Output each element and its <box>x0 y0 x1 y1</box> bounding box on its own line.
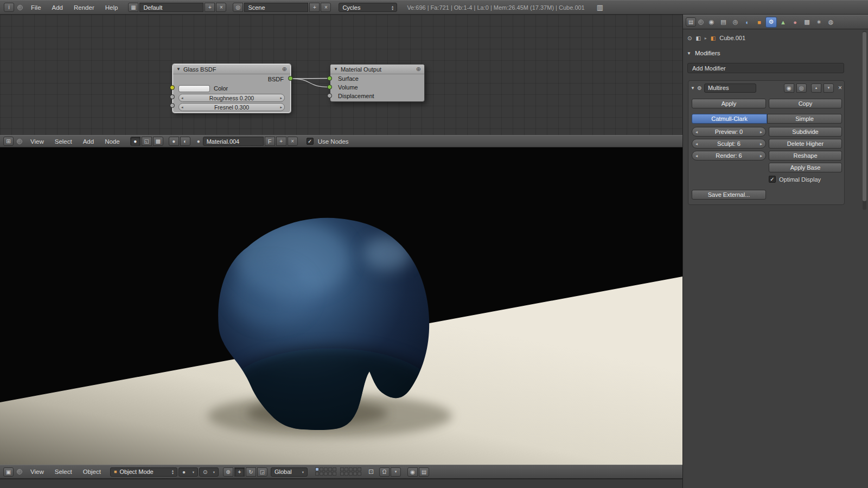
render-engine-select[interactable]: Cycles ▴▾ <box>339 3 397 12</box>
material-output-node[interactable]: ▼ Material Output ⊕ Surface Volume Displ… <box>330 64 425 102</box>
orientation-select[interactable]: Global ▾ <box>271 467 308 477</box>
roughness-input-socket[interactable] <box>170 94 175 99</box>
color-swatch[interactable] <box>178 85 210 92</box>
viewport-3d[interactable] <box>0 147 682 465</box>
stepper-right-icon[interactable]: ▸ <box>760 142 762 146</box>
modifier-viewport-toggle-icon[interactable]: ◎ <box>796 84 807 93</box>
viewport-shading-select[interactable]: ● ▾ <box>178 467 198 477</box>
section-expand-icon[interactable]: ▼ <box>687 51 691 56</box>
tab-modifiers[interactable]: ⚙ <box>765 17 777 28</box>
scene-name[interactable]: Scene <box>244 3 308 12</box>
slider-right-icon[interactable]: ▸ <box>280 105 282 110</box>
snap-magnet-icon[interactable]: Ω <box>379 467 390 477</box>
use-nodes-checkbox[interactable]: ✓ <box>307 138 314 145</box>
screen-layout-delete-button[interactable]: × <box>216 3 226 12</box>
scene-add-button[interactable]: + <box>309 3 320 12</box>
screen-layout-name[interactable]: Default <box>139 3 203 12</box>
node-editor-canvas[interactable]: ▼ Glass BSDF ⊕ BSDF Color ◂ Roughness 0.… <box>0 15 682 135</box>
sculpt-stepper[interactable]: ◂ Sculpt: 6 ▸ <box>692 139 766 149</box>
node-plus-icon[interactable]: ⊕ <box>416 66 421 73</box>
pivot-select[interactable]: ⊙ ▾ <box>199 467 219 477</box>
node-link-volume[interactable] <box>290 79 329 87</box>
reshape-button[interactable]: Reshape <box>769 151 842 160</box>
material-name-field[interactable]: Material.004 <box>203 137 264 146</box>
collapse-menus-icon[interactable] <box>17 5 23 10</box>
menu-object[interactable]: Object <box>78 468 106 475</box>
simple-toggle[interactable]: Simple <box>767 114 842 124</box>
menu-render[interactable]: Render <box>69 4 99 11</box>
shader-nodes-icon[interactable]: ● <box>130 137 141 146</box>
lock-icon[interactable]: ⊡ <box>368 468 374 476</box>
tab-material[interactable]: ● <box>789 17 801 28</box>
modifier-move-down-icon[interactable]: ▾ <box>824 84 834 93</box>
node-plus-icon[interactable]: ⊕ <box>282 66 287 73</box>
volume-input-socket[interactable] <box>327 85 332 89</box>
modifier-expand-icon[interactable]: ▼ <box>691 86 695 91</box>
displacement-input-socket[interactable] <box>327 93 332 98</box>
fresnel-slider[interactable]: ◂ Fresnel 0.300 ▸ <box>178 103 285 111</box>
menu-select[interactable]: Select <box>50 138 77 145</box>
material-add-button[interactable]: + <box>276 137 286 146</box>
stepper-left-icon[interactable]: ◂ <box>695 130 698 134</box>
tab-object-data[interactable]: ▲ <box>777 17 789 28</box>
tab-render[interactable]: ◉ <box>706 17 717 28</box>
tab-scene[interactable]: ◎ <box>730 17 741 28</box>
slider-left-icon[interactable]: ◂ <box>181 105 183 110</box>
tab-physics[interactable]: ◍ <box>825 17 837 28</box>
roughness-slider[interactable]: ◂ Roughness 0.200 ▸ <box>178 94 285 102</box>
menu-view[interactable]: View <box>25 468 49 475</box>
editor-type-info-icon[interactable]: i <box>4 3 14 12</box>
viewport-editor-type-icon[interactable]: ▣ <box>3 467 14 477</box>
object-context-icon[interactable]: ◧ <box>695 35 700 41</box>
screen-layout-add-button[interactable]: + <box>205 3 215 12</box>
save-external-button[interactable]: Save External... <box>692 190 766 200</box>
menu-add[interactable]: Add <box>78 138 99 145</box>
collapse-node-icon[interactable]: ▼ <box>176 67 181 72</box>
manipulator-toggle-icon[interactable]: ⊕ <box>223 467 233 477</box>
menu-node[interactable]: Node <box>100 138 125 145</box>
scale-manipulator-icon[interactable]: ◲ <box>257 467 267 477</box>
collapse-menus-icon[interactable] <box>17 139 22 144</box>
surface-input-socket[interactable] <box>327 76 332 81</box>
scene-delete-button[interactable]: × <box>321 3 331 12</box>
stepper-right-icon[interactable]: ▸ <box>760 130 762 134</box>
apply-button[interactable]: Apply <box>692 99 766 108</box>
collapse-menus-icon[interactable] <box>17 469 22 474</box>
glass-node-header[interactable]: ▼ Glass BSDF ⊕ <box>173 65 290 74</box>
color-input-socket[interactable] <box>170 85 175 90</box>
preview-stepper[interactable]: ◂ Preview: 0 ▸ <box>692 127 766 137</box>
modifier-move-up-icon[interactable]: ▴ <box>811 84 821 93</box>
panel-scrollbar[interactable] <box>863 31 866 210</box>
glass-bsdf-node[interactable]: ▼ Glass BSDF ⊕ BSDF Color ◂ Roughness 0.… <box>173 64 291 113</box>
properties-editor-type-icon[interactable]: ▤ <box>686 17 696 27</box>
modifiers-section-header[interactable]: ▼ Modifiers <box>687 48 720 58</box>
layers-group-2[interactable] <box>340 467 362 476</box>
screen-layout-browse-icon[interactable]: ▦ <box>128 3 138 12</box>
add-modifier-button[interactable]: Add Modifier <box>687 63 844 73</box>
screen-icon[interactable]: ▥ <box>597 3 603 11</box>
tab-object[interactable]: ■ <box>754 17 765 28</box>
modifier-render-toggle-icon[interactable]: ◉ <box>784 84 794 93</box>
delete-higher-button[interactable]: Delete Higher <box>769 139 842 149</box>
pin-icon[interactable]: ⊙ <box>687 35 692 41</box>
render-anim-icon[interactable]: ▤ <box>419 467 429 477</box>
stepper-left-icon[interactable]: ◂ <box>695 153 698 158</box>
texture-nodes-icon[interactable]: ▩ <box>153 137 163 146</box>
copy-button[interactable]: Copy <box>769 99 842 108</box>
render-stepper[interactable]: ◂ Render: 6 ▸ <box>692 151 766 160</box>
fresnel-input-socket[interactable] <box>170 103 175 108</box>
tab-particles[interactable]: ∗ <box>813 17 825 28</box>
bsdf-output-socket[interactable] <box>288 76 293 81</box>
output-node-header[interactable]: ▼ Material Output ⊕ <box>330 65 424 74</box>
stepper-right-icon[interactable]: ▸ <box>760 153 762 158</box>
stepper-left-icon[interactable]: ◂ <box>695 142 698 146</box>
modifier-delete-icon[interactable]: × <box>838 84 842 92</box>
menu-file[interactable]: File <box>26 4 46 11</box>
material-unlink-button[interactable]: × <box>288 137 298 146</box>
optimal-display-checkbox[interactable]: ✓ <box>769 176 776 183</box>
slider-right-icon[interactable]: ▸ <box>280 96 282 100</box>
node-editor-type-icon[interactable]: ⊞ <box>3 137 14 146</box>
layers-group-1[interactable] <box>315 467 337 476</box>
collapse-menus-icon[interactable] <box>698 20 704 25</box>
compositing-nodes-icon[interactable]: ◱ <box>142 137 152 146</box>
